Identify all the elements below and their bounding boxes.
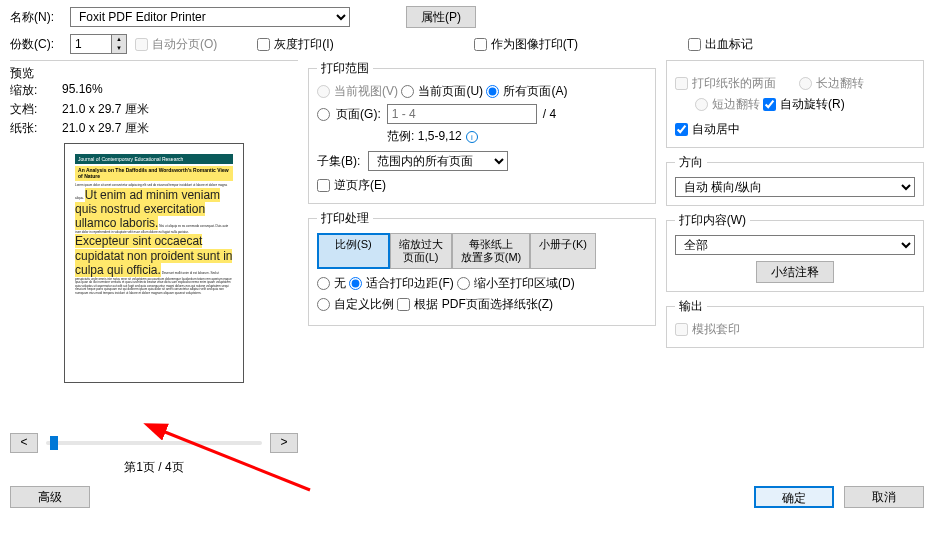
summarize-comments-button[interactable]: 小结注释 xyxy=(756,261,834,283)
name-label: 名称(N): xyxy=(10,9,62,26)
preview-title: 预览 xyxy=(10,65,298,82)
grayscale-checkbox[interactable]: 灰度打印(I) xyxy=(257,36,333,53)
zoom-label: 缩放: xyxy=(10,82,46,99)
page-indicator: 第1页 / 4页 xyxy=(10,459,298,476)
current-page-radio[interactable] xyxy=(401,85,414,98)
paper-value: 21.0 x 29.7 厘米 xyxy=(62,120,149,137)
scale-shrink-radio[interactable] xyxy=(457,277,470,290)
copies-spinner[interactable]: ▲▼ xyxy=(70,34,127,54)
pages-example: 范例: 1,5-9,12 xyxy=(387,129,462,143)
pages-total: / 4 xyxy=(543,107,556,121)
info-icon[interactable]: i xyxy=(466,131,478,143)
subset-label: 子集(B): xyxy=(317,153,360,170)
print-content-group: 打印内容(W) 全部 小结注释 xyxy=(666,212,924,292)
copies-label: 份数(C): xyxy=(10,36,62,53)
next-page-button[interactable]: > xyxy=(270,433,298,453)
pages-radio[interactable] xyxy=(317,108,330,121)
print-range-title: 打印范围 xyxy=(317,60,373,77)
copies-input[interactable] xyxy=(71,35,111,53)
paper-label: 纸张: xyxy=(10,120,46,137)
doc-value: 21.0 x 29.7 厘米 xyxy=(62,101,149,118)
bleed-marks-checkbox[interactable]: 出血标记 xyxy=(688,36,753,53)
output-group: 输出 模拟套印 xyxy=(666,298,924,348)
subset-select[interactable]: 范围内的所有页面 xyxy=(368,151,508,171)
long-edge-radio xyxy=(799,77,812,90)
scale-none-radio[interactable] xyxy=(317,277,330,290)
short-edge-radio xyxy=(695,98,708,111)
auto-center-checkbox[interactable]: 自动居中 xyxy=(675,121,740,138)
scale-fit-radio[interactable] xyxy=(349,277,362,290)
print-handling-group: 打印处理 比例(S) 缩放过大 页面(L) 每张纸上 放置多页(M) 小册子(K… xyxy=(308,210,656,326)
page-slider[interactable] xyxy=(46,441,262,445)
pages-input[interactable] xyxy=(387,104,537,124)
orientation-select[interactable]: 自动 横向/纵向 xyxy=(675,177,915,197)
spin-down-icon[interactable]: ▼ xyxy=(112,44,126,53)
orientation-group: 方向 自动 横向/纵向 xyxy=(666,154,924,206)
collate-checkbox: 自动分页(O) xyxy=(135,36,217,53)
reverse-order-checkbox[interactable]: 逆页序(E) xyxy=(317,177,386,194)
print-content-title: 打印内容(W) xyxy=(675,212,750,229)
spin-up-icon[interactable]: ▲ xyxy=(112,35,126,44)
doc-label: 文档: xyxy=(10,101,46,118)
current-view-radio xyxy=(317,85,330,98)
print-content-select[interactable]: 全部 xyxy=(675,235,915,255)
orientation-title: 方向 xyxy=(675,154,707,171)
zoom-value: 95.16% xyxy=(62,82,103,99)
preview-thumbnail: Journal of Contemporary Educational Rese… xyxy=(64,143,244,383)
properties-button[interactable]: 属性(P) xyxy=(406,6,476,28)
print-handling-title: 打印处理 xyxy=(317,210,373,227)
advanced-button[interactable]: 高级 xyxy=(10,486,90,508)
simulate-overprint-checkbox: 模拟套印 xyxy=(675,321,740,338)
output-title: 输出 xyxy=(675,298,707,315)
duplex-group: 打印纸张的两面 长边翻转 短边翻转 自动旋转(R) 自动居中 xyxy=(666,60,924,148)
tab-multiple-pages[interactable]: 每张纸上 放置多页(M) xyxy=(452,233,531,269)
ok-button[interactable]: 确定 xyxy=(754,486,834,508)
auto-rotate-checkbox[interactable]: 自动旋转(R) xyxy=(763,96,845,113)
tab-booklet[interactable]: 小册子(K) xyxy=(530,233,596,269)
prev-page-button[interactable]: < xyxy=(10,433,38,453)
print-range-group: 打印范围 当前视图(V) 当前页面(U) 所有页面(A) 页面(G): / 4 … xyxy=(308,60,656,204)
tab-large-pages[interactable]: 缩放过大 页面(L) xyxy=(390,233,452,269)
duplex-checkbox: 打印纸张的两面 xyxy=(675,75,776,92)
printer-select[interactable]: Foxit PDF Editor Printer xyxy=(70,7,350,27)
tab-scale[interactable]: 比例(S) xyxy=(317,233,390,269)
choose-paper-by-pdf-checkbox[interactable]: 根据 PDF页面选择纸张(Z) xyxy=(397,296,553,313)
all-pages-radio[interactable] xyxy=(486,85,499,98)
scale-custom-radio[interactable] xyxy=(317,298,330,311)
cancel-button[interactable]: 取消 xyxy=(844,486,924,508)
print-as-image-checkbox[interactable]: 作为图像打印(T) xyxy=(474,36,578,53)
